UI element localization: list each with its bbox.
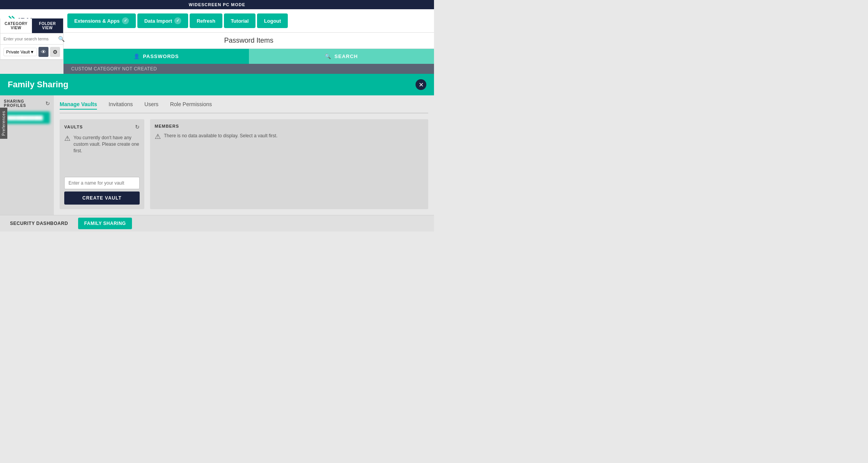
category-view-label: CATEGORY VIEW [5,22,28,30]
preferences-tab[interactable]: Preferences [0,108,7,139]
sharing-profiles-panel: SHARING PROFILES ↻ ████████████ [0,95,54,215]
vault-label: Private Vault [6,50,30,54]
vaults-header: VAULTS ↻ [64,124,140,130]
person-icon: 👤 [134,53,140,59]
custom-category-text: CUSTOM CATEGORY NOT CREATED [71,66,157,72]
family-sharing-title: Family Sharing [8,80,68,90]
top-banner: WIDESCREEN PC MODE [0,0,434,9]
family-sharing-header: Family Sharing ✕ [0,74,434,95]
password-items-title: Password Items [63,33,434,48]
passwords-tab[interactable]: 👤 PASSWORDS [63,49,249,64]
vault-settings-button[interactable]: ⚙ [50,47,60,57]
members-no-data-text: There is no data available to display. S… [164,133,277,138]
vault-input-area: CREATE VAULT [64,173,140,205]
users-tab-label: Users [144,101,159,107]
tutorial-label: Tutorial [231,18,249,24]
members-warning-icon: ⚠ [155,132,161,141]
family-sharing-bottom-label: FAMILY SHARING [84,221,126,226]
extensions-apps-chevron: ✓ [122,17,129,24]
top-banner-label: WIDESCREEN PC MODE [189,2,245,7]
members-no-data: ⚠ There is no data available to display.… [155,133,424,141]
search-row: 🔍 [0,33,63,45]
manage-vaults-tab[interactable]: Manage Vaults [60,101,97,110]
sharing-profiles-label: SHARING PROFILES [4,99,45,108]
view-toggle: CATEGORY VIEW FOLDER VIEW [0,18,63,33]
tutorial-button[interactable]: Tutorial [224,13,256,28]
members-header: MEMBERS [155,124,424,128]
create-vault-button[interactable]: CREATE VAULT [64,192,140,205]
preferences-label: Preferences [2,111,6,136]
members-header-label: MEMBERS [155,124,179,128]
bottom-tabs: SECURITY DASHBOARD FAMILY SHARING [0,215,434,232]
vault-chevron-icon: ▼ [30,50,34,54]
manage-vaults-tab-label: Manage Vaults [60,101,97,107]
security-dashboard-tab[interactable]: SECURITY DASHBOARD [4,218,74,229]
extensions-apps-button[interactable]: Extensions & Apps ✓ [67,13,136,28]
close-button[interactable]: ✕ [416,79,426,90]
search-tab-icon: 🔍 [325,53,331,59]
vault-members-row: VAULTS ↻ ⚠ You currently don't have any … [60,119,428,209]
data-import-chevron: ✓ [174,17,181,24]
vault-warning-icon: ⚠ [64,134,70,143]
content-section: Family Sharing ✕ SHARING PROFILES ↻ ████… [0,74,434,215]
sharing-tabs-panel: Manage Vaults Invitations Users Role Per… [54,95,434,215]
category-view-button[interactable]: CATEGORY VIEW [0,18,32,33]
data-import-button[interactable]: Data Import ✓ [137,13,188,28]
folder-view-label: FOLDER VIEW [39,22,56,30]
family-sharing-tab[interactable]: FAMILY SHARING [78,218,132,229]
folder-view-button[interactable]: FOLDER VIEW [32,18,63,33]
vault-warning-text: You currently don't have any custom vaul… [73,135,140,154]
invitations-tab[interactable]: Invitations [108,101,133,110]
profiles-refresh-button[interactable]: ↻ [45,100,50,107]
sidebar-panel: CATEGORY VIEW FOLDER VIEW 🔍 Private Vaul… [0,18,63,60]
role-permissions-tab-label: Role Permissions [170,101,212,107]
nav-buttons: Extensions & Apps ✓ Data Import ✓ Refres… [63,10,434,31]
sharing-content: SHARING PROFILES ↻ ████████████ Manage V… [0,95,434,215]
profile-item[interactable]: ████████████ [4,112,50,124]
search-tab[interactable]: 🔍 SEARCH [249,49,434,64]
search-tab-label: SEARCH [334,53,358,59]
refresh-label: Refresh [197,18,215,24]
refresh-button[interactable]: Refresh [190,13,222,28]
pwd-tabs-row: 👤 PASSWORDS 🔍 SEARCH [63,49,434,64]
vault-warning-message: ⚠ You currently don't have any custom va… [64,135,140,154]
search-input[interactable] [2,35,58,43]
invitations-tab-label: Invitations [108,101,133,107]
vault-name-input[interactable] [64,177,140,189]
nav-area: IDX . Extensions & Apps ✓ Data Import ✓ … [0,9,434,33]
data-import-label: Data Import [144,18,172,24]
extensions-apps-label: Extensions & Apps [74,18,120,24]
vaults-refresh-button[interactable]: ↻ [135,124,140,130]
logout-button[interactable]: Logout [257,13,288,28]
vault-selector-row: Private Vault ▼ 👁 ⚙ [0,45,63,60]
sharing-tabs: Manage Vaults Invitations Users Role Per… [60,101,428,113]
custom-category-bar: CUSTOM CATEGORY NOT CREATED [63,64,434,74]
sharing-profiles-header: SHARING PROFILES ↻ [4,99,50,108]
vault-eye-button[interactable]: 👁 [38,47,48,57]
vaults-header-label: VAULTS [64,125,83,129]
users-tab[interactable]: Users [144,101,159,110]
password-items-title-text: Password Items [224,37,273,44]
vault-dropdown[interactable]: Private Vault ▼ [3,48,37,56]
passwords-tab-label: PASSWORDS [143,53,179,59]
logout-label: Logout [264,18,281,24]
search-icon-button[interactable]: 🔍 [58,36,65,42]
security-dashboard-label: SECURITY DASHBOARD [10,221,68,226]
members-panel: MEMBERS ⚠ There is no data available to … [150,119,428,209]
role-permissions-tab[interactable]: Role Permissions [170,101,212,110]
vaults-panel: VAULTS ↻ ⚠ You currently don't have any … [60,119,144,209]
password-items-area: Password Items [63,33,434,49]
create-vault-label: CREATE VAULT [82,195,122,201]
